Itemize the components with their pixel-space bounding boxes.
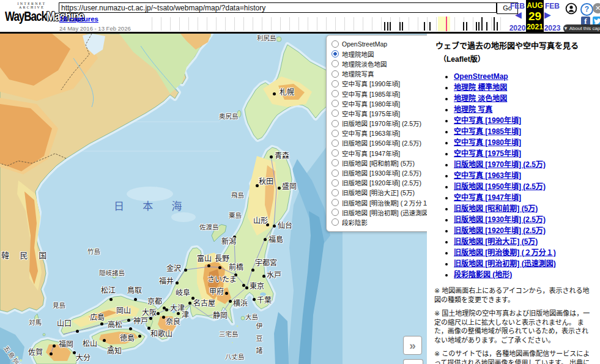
timeline-capture-tick[interactable] (463, 22, 464, 31)
radio-icon[interactable] (331, 139, 339, 147)
layer-option[interactable]: 地理院写真 (330, 69, 427, 79)
radio-icon[interactable] (331, 149, 339, 157)
layer-option[interactable]: 空中写真 [1963年頃] (330, 128, 427, 138)
map-type-link[interactable]: OpenStreetMap (454, 72, 508, 81)
map-type-link[interactable]: 旧版地図 [昭和前期] (5万) (454, 204, 538, 213)
wayback-logo[interactable]: INTERNET ARCHIVE WayBackMachine (5, 2, 59, 30)
map-type-link[interactable]: 旧版地図 [1920年頃] (2.5万) (454, 226, 546, 235)
timeline-current-tick[interactable] (446, 17, 447, 31)
layer-option[interactable]: 旧版地図 [明治後期] (２万分１) (330, 198, 427, 207)
timeline-capture-tick[interactable] (429, 22, 431, 31)
map-type-list-item: 空中写真 [1980年頃] (454, 137, 600, 148)
layer-option[interactable]: 空中写真 [1947年頃] (330, 148, 427, 158)
timeline-gridline (207, 17, 207, 31)
map-type-link[interactable]: 空中写真 [1975年頃] (454, 149, 521, 158)
map-type-link[interactable]: 空中写真 [1963年頃] (454, 171, 521, 180)
radio-icon[interactable] (331, 199, 339, 206)
layer-option-label: 地理院写真 (342, 69, 374, 78)
layer-option[interactable]: 空中写真 [1980年頃] (330, 98, 427, 108)
timeline-capture-tick[interactable] (424, 22, 425, 31)
radio-icon[interactable] (331, 189, 339, 196)
timeline-capture-tick[interactable] (481, 17, 483, 31)
map-type-link[interactable]: 地理院 淡色地図 (454, 94, 507, 103)
user-account-icon[interactable] (565, 2, 577, 15)
city-dot (165, 308, 168, 311)
timeline-capture-tick[interactable] (494, 17, 495, 31)
radio-icon[interactable] (331, 169, 339, 177)
timeline-capture-tick[interactable] (466, 22, 467, 31)
expand-panel-button[interactable]: » (403, 336, 422, 355)
timeline-capture-tick[interactable] (486, 22, 487, 31)
wayback-machine-logo: WayBackMachine (5, 9, 59, 24)
layer-option[interactable]: 地理院淡色地図 (330, 59, 427, 69)
prev-capture-arrow[interactable]: ◀ (515, 10, 522, 20)
radio-icon[interactable] (331, 218, 339, 226)
radio-icon[interactable] (331, 179, 339, 187)
layer-option[interactable]: 旧版地図 [明治初期] (迅速測図) (330, 207, 427, 217)
layer-option[interactable]: 旧版地図 [昭和前期] (5万) (330, 158, 427, 168)
layer-option[interactable]: 旧版地図 [1970年頃] (2.5万) (330, 119, 427, 128)
layer-option[interactable]: 空中写真 [1985年頃] (330, 89, 427, 98)
layer-option[interactable]: 空中写真 [1975年頃] (330, 108, 427, 118)
map-type-link[interactable]: 段彩陰影図 (地形) (454, 270, 512, 279)
timeline-capture-tick[interactable] (399, 22, 401, 31)
city-label: 奈良 (166, 318, 180, 326)
radio-icon[interactable] (331, 90, 339, 97)
timeline-capture-tick[interactable] (384, 22, 385, 31)
radio-icon[interactable] (331, 80, 339, 87)
map-type-link[interactable]: 空中写真 [1985年頃] (454, 127, 521, 136)
timeline-gridline (234, 17, 235, 31)
timeline-gridline (473, 17, 473, 31)
map-type-link[interactable]: 旧版地図 [1950年頃] (2.5万) (454, 182, 546, 191)
layer-option[interactable]: 旧版地図 [1950年頃] (2.5万) (330, 138, 427, 148)
map-type-link[interactable]: 地理院 標準地図 (454, 83, 507, 92)
island-label: 佐渡島 (199, 223, 219, 231)
map-type-link[interactable]: 空中写真 [1990年頃] (454, 116, 521, 125)
map-type-link[interactable]: 空中写真 [1947年頃] (454, 193, 521, 202)
radio-icon[interactable] (331, 110, 339, 117)
radio-icon[interactable] (331, 159, 339, 166)
radio-icon[interactable] (331, 70, 339, 78)
timeline-capture-tick[interactable] (390, 22, 391, 31)
map-area[interactable]: 札幌青森秋田盛岡山形仙台新潟福島富山長野前橋宇都宮水戸金沢さいたま福井東京甲府横… (0, 34, 427, 364)
layer-option-label: 空中写真 [1980年頃] (342, 99, 400, 108)
layer-option[interactable]: 段彩陰影 (330, 217, 427, 227)
layer-option[interactable]: 空中写真 [1990年頃] (330, 79, 427, 89)
help-icon[interactable]: ? (580, 3, 593, 16)
layer-option[interactable]: 旧版地図 [1920年頃] (2.5万) (330, 178, 427, 188)
next-capture-arrow[interactable]: ▶ (544, 10, 551, 20)
map-type-list-item: 地理院 写真 (454, 104, 600, 115)
radio-icon[interactable] (331, 40, 339, 48)
zoom-in-button[interactable]: + (403, 359, 423, 364)
map-type-link[interactable]: 地理院 写真 (454, 105, 492, 114)
map-type-link[interactable]: 旧版地図 [1970年頃] (2.5万) (454, 160, 546, 169)
island-label: 八丈島 (225, 353, 245, 361)
radio-icon[interactable] (331, 209, 339, 216)
radio-icon[interactable] (331, 120, 339, 127)
island-label: 粟島 (229, 212, 242, 220)
timeline-capture-tick[interactable] (402, 22, 403, 31)
radio-icon[interactable] (331, 60, 339, 67)
timeline-capture-tick[interactable] (478, 22, 480, 31)
timeline-gridline (253, 17, 253, 31)
timeline-capture-tick[interactable] (387, 22, 388, 31)
map-type-link[interactable]: 空中写真 [1980年頃] (454, 138, 521, 147)
city-label: 岡山 (116, 307, 131, 315)
map-type-link[interactable]: 旧版地図 [明治大正] (5万) (454, 237, 538, 246)
captures-link[interactable]: 18 captures (59, 15, 98, 23)
timeline-capture-tick[interactable] (476, 22, 477, 31)
map-type-link[interactable]: 旧版地図 [明治後期] (２万分１) (454, 248, 556, 257)
radio-icon[interactable] (331, 130, 339, 137)
timeline-capture-tick[interactable] (497, 22, 498, 31)
layer-option[interactable]: OpenStreetMap (330, 39, 427, 49)
radio-selected-icon[interactable] (331, 50, 339, 58)
layer-option[interactable]: 旧版地図 [1930年頃] (2.5万) (330, 168, 427, 177)
layer-option[interactable]: 旧版地図 [明治大正] (5万) (330, 188, 427, 198)
layer-option[interactable]: 地理院地図 (330, 49, 427, 59)
close-toolbar-icon[interactable]: ✕ (593, 3, 600, 13)
about-this-capture-button[interactable]: ▼ About this capture (563, 24, 600, 32)
map-type-link[interactable]: 旧版地図 [明治初期] (迅速測図) (454, 259, 556, 268)
radio-icon[interactable] (331, 100, 339, 107)
archived-url-input[interactable] (59, 2, 497, 13)
map-type-link[interactable]: 旧版地図 [1930年頃] (2.5万) (454, 215, 546, 224)
